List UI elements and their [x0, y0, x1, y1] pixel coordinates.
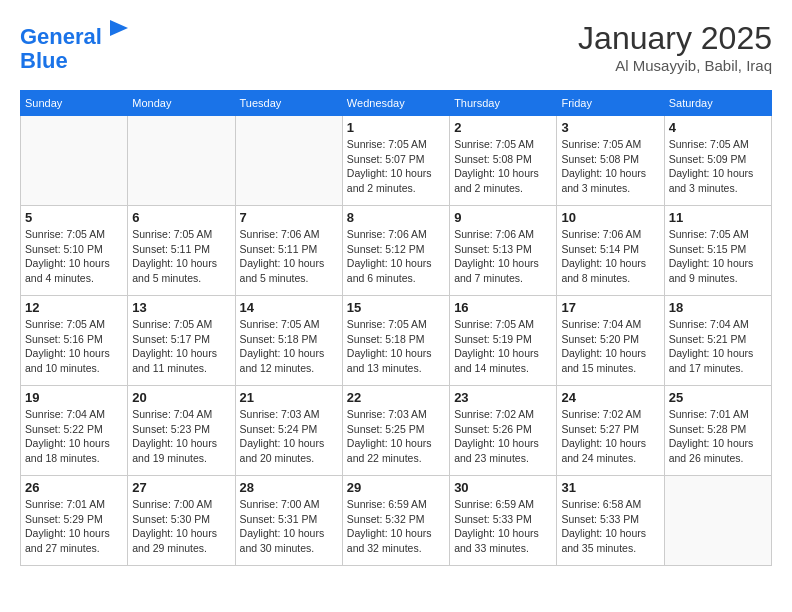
day-number: 13	[132, 300, 230, 315]
calendar-cell	[21, 116, 128, 206]
day-info: Sunrise: 7:03 AM Sunset: 5:24 PM Dayligh…	[240, 407, 338, 466]
day-number: 4	[669, 120, 767, 135]
day-number: 17	[561, 300, 659, 315]
day-info: Sunrise: 7:05 AM Sunset: 5:08 PM Dayligh…	[561, 137, 659, 196]
day-info: Sunrise: 7:00 AM Sunset: 5:30 PM Dayligh…	[132, 497, 230, 556]
column-header-monday: Monday	[128, 91, 235, 116]
logo-icon	[110, 20, 128, 44]
column-header-tuesday: Tuesday	[235, 91, 342, 116]
day-number: 27	[132, 480, 230, 495]
logo: General Blue	[20, 20, 128, 73]
calendar-cell: 11Sunrise: 7:05 AM Sunset: 5:15 PM Dayli…	[664, 206, 771, 296]
column-header-wednesday: Wednesday	[342, 91, 449, 116]
calendar-cell: 14Sunrise: 7:05 AM Sunset: 5:18 PM Dayli…	[235, 296, 342, 386]
day-number: 16	[454, 300, 552, 315]
day-number: 8	[347, 210, 445, 225]
day-number: 11	[669, 210, 767, 225]
day-number: 28	[240, 480, 338, 495]
calendar-cell: 27Sunrise: 7:00 AM Sunset: 5:30 PM Dayli…	[128, 476, 235, 566]
calendar-cell: 8Sunrise: 7:06 AM Sunset: 5:12 PM Daylig…	[342, 206, 449, 296]
calendar-cell	[664, 476, 771, 566]
day-info: Sunrise: 7:05 AM Sunset: 5:09 PM Dayligh…	[669, 137, 767, 196]
day-info: Sunrise: 6:59 AM Sunset: 5:32 PM Dayligh…	[347, 497, 445, 556]
calendar-cell: 5Sunrise: 7:05 AM Sunset: 5:10 PM Daylig…	[21, 206, 128, 296]
day-number: 15	[347, 300, 445, 315]
calendar-cell: 1Sunrise: 7:05 AM Sunset: 5:07 PM Daylig…	[342, 116, 449, 206]
calendar-cell: 28Sunrise: 7:00 AM Sunset: 5:31 PM Dayli…	[235, 476, 342, 566]
logo-text: General Blue	[20, 20, 128, 73]
day-number: 29	[347, 480, 445, 495]
day-info: Sunrise: 7:02 AM Sunset: 5:26 PM Dayligh…	[454, 407, 552, 466]
day-info: Sunrise: 7:03 AM Sunset: 5:25 PM Dayligh…	[347, 407, 445, 466]
calendar-cell: 7Sunrise: 7:06 AM Sunset: 5:11 PM Daylig…	[235, 206, 342, 296]
day-info: Sunrise: 7:05 AM Sunset: 5:17 PM Dayligh…	[132, 317, 230, 376]
calendar-cell: 18Sunrise: 7:04 AM Sunset: 5:21 PM Dayli…	[664, 296, 771, 386]
calendar-cell: 20Sunrise: 7:04 AM Sunset: 5:23 PM Dayli…	[128, 386, 235, 476]
title-block: January 2025 Al Musayyib, Babil, Iraq	[578, 20, 772, 74]
calendar-cell: 2Sunrise: 7:05 AM Sunset: 5:08 PM Daylig…	[450, 116, 557, 206]
column-header-thursday: Thursday	[450, 91, 557, 116]
page-header: General Blue January 2025 Al Musayyib, B…	[20, 20, 772, 74]
day-info: Sunrise: 7:05 AM Sunset: 5:18 PM Dayligh…	[240, 317, 338, 376]
calendar-cell: 25Sunrise: 7:01 AM Sunset: 5:28 PM Dayli…	[664, 386, 771, 476]
day-info: Sunrise: 7:06 AM Sunset: 5:12 PM Dayligh…	[347, 227, 445, 286]
calendar-cell: 4Sunrise: 7:05 AM Sunset: 5:09 PM Daylig…	[664, 116, 771, 206]
day-number: 10	[561, 210, 659, 225]
calendar-header-row: SundayMondayTuesdayWednesdayThursdayFrid…	[21, 91, 772, 116]
location-text: Al Musayyib, Babil, Iraq	[578, 57, 772, 74]
calendar-cell: 9Sunrise: 7:06 AM Sunset: 5:13 PM Daylig…	[450, 206, 557, 296]
calendar-cell: 12Sunrise: 7:05 AM Sunset: 5:16 PM Dayli…	[21, 296, 128, 386]
day-info: Sunrise: 7:05 AM Sunset: 5:18 PM Dayligh…	[347, 317, 445, 376]
day-number: 3	[561, 120, 659, 135]
day-number: 18	[669, 300, 767, 315]
column-header-saturday: Saturday	[664, 91, 771, 116]
day-number: 19	[25, 390, 123, 405]
day-number: 5	[25, 210, 123, 225]
calendar-week-row: 12Sunrise: 7:05 AM Sunset: 5:16 PM Dayli…	[21, 296, 772, 386]
calendar-cell: 19Sunrise: 7:04 AM Sunset: 5:22 PM Dayli…	[21, 386, 128, 476]
column-header-sunday: Sunday	[21, 91, 128, 116]
calendar-cell: 3Sunrise: 7:05 AM Sunset: 5:08 PM Daylig…	[557, 116, 664, 206]
day-info: Sunrise: 7:05 AM Sunset: 5:07 PM Dayligh…	[347, 137, 445, 196]
day-info: Sunrise: 7:05 AM Sunset: 5:08 PM Dayligh…	[454, 137, 552, 196]
day-number: 24	[561, 390, 659, 405]
day-info: Sunrise: 6:59 AM Sunset: 5:33 PM Dayligh…	[454, 497, 552, 556]
day-info: Sunrise: 7:02 AM Sunset: 5:27 PM Dayligh…	[561, 407, 659, 466]
column-header-friday: Friday	[557, 91, 664, 116]
calendar-cell: 30Sunrise: 6:59 AM Sunset: 5:33 PM Dayli…	[450, 476, 557, 566]
day-info: Sunrise: 7:05 AM Sunset: 5:11 PM Dayligh…	[132, 227, 230, 286]
day-info: Sunrise: 7:06 AM Sunset: 5:13 PM Dayligh…	[454, 227, 552, 286]
calendar-cell: 10Sunrise: 7:06 AM Sunset: 5:14 PM Dayli…	[557, 206, 664, 296]
day-info: Sunrise: 7:04 AM Sunset: 5:22 PM Dayligh…	[25, 407, 123, 466]
day-info: Sunrise: 7:01 AM Sunset: 5:29 PM Dayligh…	[25, 497, 123, 556]
calendar-cell: 6Sunrise: 7:05 AM Sunset: 5:11 PM Daylig…	[128, 206, 235, 296]
day-number: 14	[240, 300, 338, 315]
svg-marker-0	[110, 20, 128, 36]
day-number: 12	[25, 300, 123, 315]
calendar-cell: 17Sunrise: 7:04 AM Sunset: 5:20 PM Dayli…	[557, 296, 664, 386]
day-number: 1	[347, 120, 445, 135]
day-info: Sunrise: 7:05 AM Sunset: 5:16 PM Dayligh…	[25, 317, 123, 376]
calendar-cell: 15Sunrise: 7:05 AM Sunset: 5:18 PM Dayli…	[342, 296, 449, 386]
calendar-cell: 13Sunrise: 7:05 AM Sunset: 5:17 PM Dayli…	[128, 296, 235, 386]
day-info: Sunrise: 7:05 AM Sunset: 5:15 PM Dayligh…	[669, 227, 767, 286]
month-title: January 2025	[578, 20, 772, 57]
day-info: Sunrise: 7:04 AM Sunset: 5:20 PM Dayligh…	[561, 317, 659, 376]
day-info: Sunrise: 7:05 AM Sunset: 5:19 PM Dayligh…	[454, 317, 552, 376]
calendar-table: SundayMondayTuesdayWednesdayThursdayFrid…	[20, 90, 772, 566]
day-info: Sunrise: 7:04 AM Sunset: 5:21 PM Dayligh…	[669, 317, 767, 376]
calendar-week-row: 1Sunrise: 7:05 AM Sunset: 5:07 PM Daylig…	[21, 116, 772, 206]
day-number: 30	[454, 480, 552, 495]
day-number: 6	[132, 210, 230, 225]
calendar-cell: 22Sunrise: 7:03 AM Sunset: 5:25 PM Dayli…	[342, 386, 449, 476]
day-info: Sunrise: 7:06 AM Sunset: 5:14 PM Dayligh…	[561, 227, 659, 286]
day-number: 21	[240, 390, 338, 405]
calendar-week-row: 26Sunrise: 7:01 AM Sunset: 5:29 PM Dayli…	[21, 476, 772, 566]
day-info: Sunrise: 7:06 AM Sunset: 5:11 PM Dayligh…	[240, 227, 338, 286]
calendar-cell	[128, 116, 235, 206]
day-info: Sunrise: 7:00 AM Sunset: 5:31 PM Dayligh…	[240, 497, 338, 556]
calendar-cell: 21Sunrise: 7:03 AM Sunset: 5:24 PM Dayli…	[235, 386, 342, 476]
day-number: 9	[454, 210, 552, 225]
day-info: Sunrise: 7:04 AM Sunset: 5:23 PM Dayligh…	[132, 407, 230, 466]
day-number: 22	[347, 390, 445, 405]
